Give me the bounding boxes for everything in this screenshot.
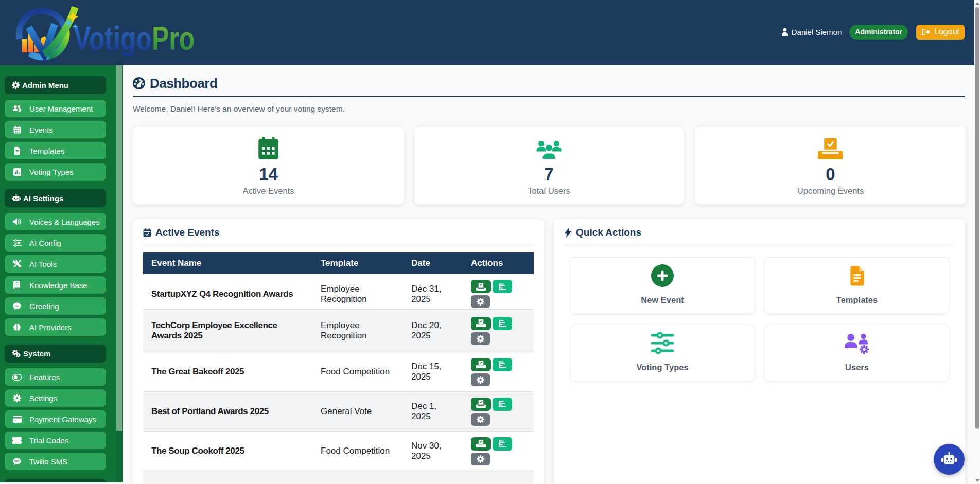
svg-text:SMS: SMS — [14, 460, 20, 462]
svg-text:VotigoPro: VotigoPro — [74, 19, 195, 57]
